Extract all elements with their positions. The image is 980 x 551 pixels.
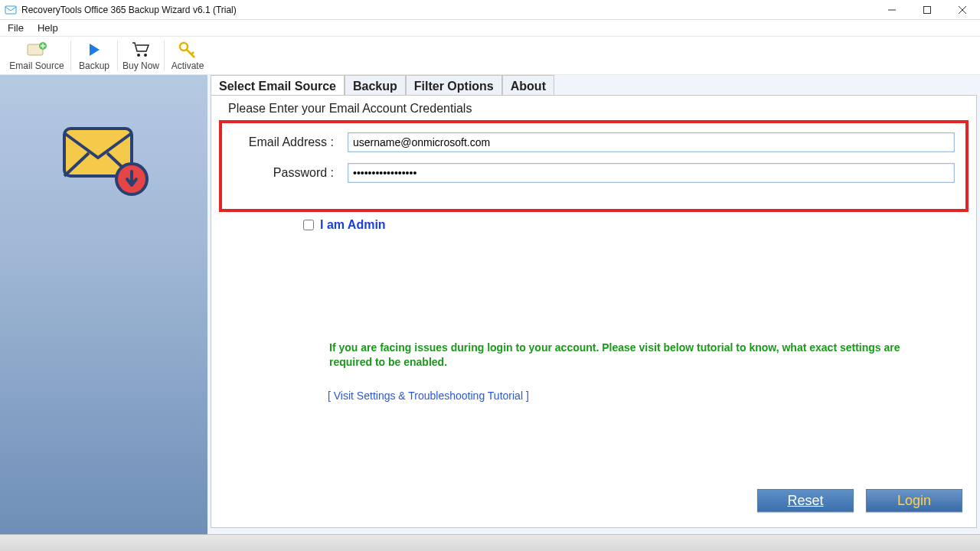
toolbar-activate[interactable]: Activate	[166, 40, 209, 71]
cart-icon	[131, 40, 151, 60]
tab-filter-options[interactable]: Filter Options	[406, 75, 502, 95]
close-button[interactable]	[945, 0, 980, 20]
svg-marker-9	[90, 44, 100, 56]
status-bar	[0, 534, 980, 551]
title-bar: RecoveryTools Office 365 Backup Wizard v…	[0, 0, 980, 20]
app-icon	[5, 4, 17, 16]
tab-backup[interactable]: Backup	[345, 75, 406, 95]
window-title: RecoveryTools Office 365 Backup Wizard v…	[21, 5, 237, 15]
svg-rect-2	[924, 6, 931, 13]
button-row: Reset Login	[757, 489, 962, 512]
email-source-icon	[26, 40, 47, 60]
tab-select-email-source[interactable]: Select Email Source	[211, 75, 345, 95]
highlight-frame: Email Address : Password :	[219, 120, 969, 212]
play-icon	[87, 40, 101, 60]
reset-button[interactable]: Reset	[757, 489, 854, 512]
key-icon	[178, 40, 197, 60]
admin-label: I am Admin	[320, 218, 386, 232]
tab-about[interactable]: About	[502, 75, 554, 95]
toolbar-separator	[164, 41, 165, 71]
toolbar-email-source-label: Email Source	[9, 60, 64, 71]
envelope-download-icon	[58, 118, 150, 204]
login-button[interactable]: Login	[866, 489, 962, 512]
toolbar: Email Source Backup Buy Now Activate	[0, 37, 980, 75]
email-label: Email Address :	[233, 135, 348, 149]
title-bar-left: RecoveryTools Office 365 Backup Wizard v…	[5, 4, 237, 16]
svg-point-10	[137, 54, 140, 57]
maximize-button[interactable]	[910, 0, 945, 20]
menu-file[interactable]: File	[8, 22, 24, 34]
toolbar-email-source[interactable]: Email Source	[5, 40, 69, 71]
tab-bar: Select Email Source Backup Filter Option…	[211, 75, 980, 95]
content-area: Select Email Source Backup Filter Option…	[0, 75, 980, 534]
tab-body: Please Enter your Email Account Credenti…	[211, 95, 977, 528]
svg-rect-0	[5, 6, 16, 14]
menu-help[interactable]: Help	[38, 22, 58, 34]
admin-row: I am Admin	[303, 218, 386, 232]
login-hint-text: If you are facing issues during login to…	[329, 341, 946, 370]
password-input[interactable]	[348, 163, 955, 183]
password-label: Password :	[233, 166, 348, 180]
toolbar-activate-label: Activate	[172, 60, 204, 71]
minimize-button[interactable]	[874, 0, 910, 20]
svg-point-11	[144, 54, 147, 57]
svg-line-14	[191, 52, 194, 54]
window-controls	[874, 0, 980, 20]
toolbar-buy-now-label: Buy Now	[122, 60, 159, 71]
toolbar-buy-now[interactable]: Buy Now	[119, 40, 162, 71]
tutorial-link[interactable]: [ Visit Settings & Troubleshooting Tutor…	[328, 390, 529, 402]
toolbar-backup[interactable]: Backup	[73, 40, 116, 71]
toolbar-separator	[117, 41, 118, 71]
main-panel: Select Email Source Backup Filter Option…	[207, 75, 980, 534]
email-input[interactable]	[348, 132, 955, 152]
toolbar-backup-label: Backup	[79, 60, 109, 71]
credentials-legend: Please Enter your Email Account Credenti…	[228, 102, 472, 116]
admin-checkbox[interactable]	[303, 220, 314, 230]
menu-bar: File Help	[0, 20, 980, 37]
side-panel	[0, 75, 207, 534]
toolbar-separator	[70, 41, 71, 71]
